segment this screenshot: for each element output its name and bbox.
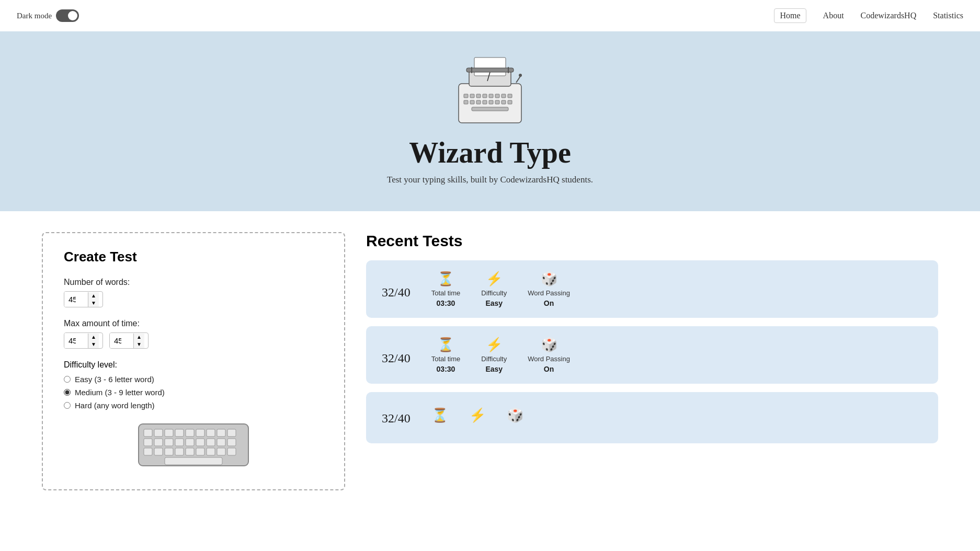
svg-rect-18 (489, 100, 493, 104)
test-total-2: /40 (394, 351, 411, 365)
nav-home[interactable]: Home (774, 8, 806, 23)
word-passing-value-1: On (544, 299, 554, 307)
test-total-3: /40 (394, 411, 411, 425)
svg-rect-45 (144, 448, 152, 455)
timer-icon-3: ⏳ (431, 407, 448, 423)
svg-rect-7 (470, 94, 474, 98)
difficulty-hard-label: Hard (any word length) (75, 401, 155, 410)
seconds-down[interactable]: ▼ (134, 341, 144, 348)
num-words-up[interactable]: ▲ (88, 292, 99, 300)
test-stats-1: ⏳ Total time 03:30 ⚡ Difficulty Easy 🎲 W… (431, 271, 922, 307)
svg-rect-21 (508, 100, 512, 104)
svg-rect-47 (165, 448, 173, 455)
total-time-label-1: Total time (431, 289, 461, 297)
svg-rect-27 (144, 429, 152, 437)
test-score-2: 32/40 (382, 342, 411, 368)
difficulty-medium-label: Medium (3 - 9 letter word) (75, 388, 165, 397)
svg-rect-22 (472, 107, 508, 111)
svg-rect-49 (186, 448, 194, 455)
svg-rect-52 (217, 448, 225, 455)
svg-rect-46 (154, 448, 163, 455)
svg-rect-54 (165, 457, 222, 465)
num-words-input[interactable] (64, 292, 88, 307)
svg-rect-50 (196, 448, 204, 455)
create-test-heading: Create Test (64, 249, 323, 265)
svg-rect-32 (196, 429, 204, 437)
svg-rect-48 (175, 448, 184, 455)
stat-total-time-1: ⏳ Total time 03:30 (431, 271, 461, 307)
difficulty-easy-radio[interactable] (64, 376, 71, 383)
difficulty-medium-radio[interactable] (64, 389, 71, 396)
difficulty-easy-label: Easy (3 - 6 letter word) (75, 375, 154, 384)
svg-rect-41 (196, 439, 204, 446)
minutes-input[interactable] (64, 333, 88, 348)
keyboard-illustration-area (64, 421, 323, 468)
total-time-value-2: 03:30 (437, 365, 455, 373)
stat-difficulty-3: ⚡ (469, 407, 486, 423)
nav-codewizardshq[interactable]: CodewizardsHQ (861, 11, 917, 20)
svg-rect-3 (466, 68, 514, 72)
svg-rect-9 (483, 94, 487, 98)
word-passing-label-2: Word Passing (528, 355, 570, 363)
hero-subtitle: Test your typing skills, built by Codewi… (387, 175, 593, 185)
max-time-label: Max amount of time: (64, 319, 323, 328)
stat-difficulty-1: ⚡ Difficulty Easy (481, 271, 507, 307)
nav-about[interactable]: About (823, 11, 844, 20)
difficulty-easy-option[interactable]: Easy (3 - 6 letter word) (64, 375, 323, 384)
svg-rect-35 (227, 429, 236, 437)
seconds-up[interactable]: ▲ (134, 334, 144, 341)
navigation: Dark mode Home About CodewizardsHQ Stati… (0, 0, 980, 31)
dark-mode-label: Dark mode (17, 12, 52, 20)
seconds-input[interactable] (110, 333, 133, 348)
svg-rect-38 (165, 439, 173, 446)
svg-rect-33 (207, 429, 215, 437)
num-words-spinbox[interactable]: ▲ ▼ (64, 291, 103, 307)
minutes-spinbox[interactable]: ▲ ▼ (64, 332, 103, 349)
svg-rect-40 (186, 439, 194, 446)
difficulty-icon-1: ⚡ (486, 271, 503, 287)
nav-links: Home About CodewizardsHQ Statistics (774, 8, 963, 23)
minutes-arrows: ▲ ▼ (88, 334, 99, 348)
stat-total-time-3: ⏳ (431, 407, 448, 423)
total-time-label-2: Total time (431, 355, 461, 363)
test-card-1[interactable]: 32/40 ⏳ Total time 03:30 ⚡ Difficulty Ea… (366, 260, 938, 318)
toggle-knob (68, 11, 77, 20)
num-words-down[interactable]: ▼ (88, 300, 99, 307)
num-words-spinner: ▲ ▼ (64, 291, 323, 307)
minutes-down[interactable]: ▼ (88, 341, 99, 348)
svg-rect-30 (175, 429, 184, 437)
test-card-2[interactable]: 32/40 ⏳ Total time 03:30 ⚡ Difficulty Ea… (366, 326, 938, 384)
seconds-spinbox[interactable]: ▲ ▼ (109, 332, 149, 349)
svg-rect-11 (495, 94, 499, 98)
svg-rect-44 (227, 439, 236, 446)
dark-mode-control[interactable]: Dark mode (17, 9, 79, 22)
difficulty-hard-option[interactable]: Hard (any word length) (64, 401, 323, 410)
hero-title: Wizard Type (409, 136, 571, 169)
difficulty-medium-option[interactable]: Medium (3 - 9 letter word) (64, 388, 323, 397)
seconds-arrows: ▲ ▼ (133, 334, 144, 348)
test-total-1: /40 (394, 285, 411, 299)
minutes-up[interactable]: ▲ (88, 334, 99, 341)
svg-rect-20 (502, 100, 506, 104)
svg-rect-14 (464, 100, 468, 104)
difficulty-value-2: Easy (485, 365, 503, 373)
svg-rect-39 (175, 439, 184, 446)
svg-rect-53 (227, 448, 236, 455)
stat-word-passing-1: 🎲 Word Passing On (528, 271, 570, 307)
stat-difficulty-2: ⚡ Difficulty Easy (481, 337, 507, 373)
svg-point-24 (519, 74, 522, 77)
num-words-arrows: ▲ ▼ (88, 292, 99, 307)
word-passing-icon-2: 🎲 (541, 337, 557, 353)
dark-mode-toggle-switch[interactable] (56, 9, 79, 22)
word-passing-value-2: On (544, 365, 554, 373)
difficulty-group: Difficulty level: Easy (3 - 6 letter wor… (64, 360, 323, 410)
nav-statistics[interactable]: Statistics (933, 11, 963, 20)
svg-rect-12 (502, 94, 506, 98)
difficulty-hard-radio[interactable] (64, 402, 71, 409)
test-card-3[interactable]: 32/40 ⏳ ⚡ 🎲 (366, 392, 938, 443)
svg-rect-28 (154, 429, 163, 437)
svg-rect-17 (483, 100, 487, 104)
word-passing-icon-3: 🎲 (507, 407, 523, 423)
difficulty-label-1: Difficulty (481, 289, 507, 297)
difficulty-icon-3: ⚡ (469, 407, 486, 423)
